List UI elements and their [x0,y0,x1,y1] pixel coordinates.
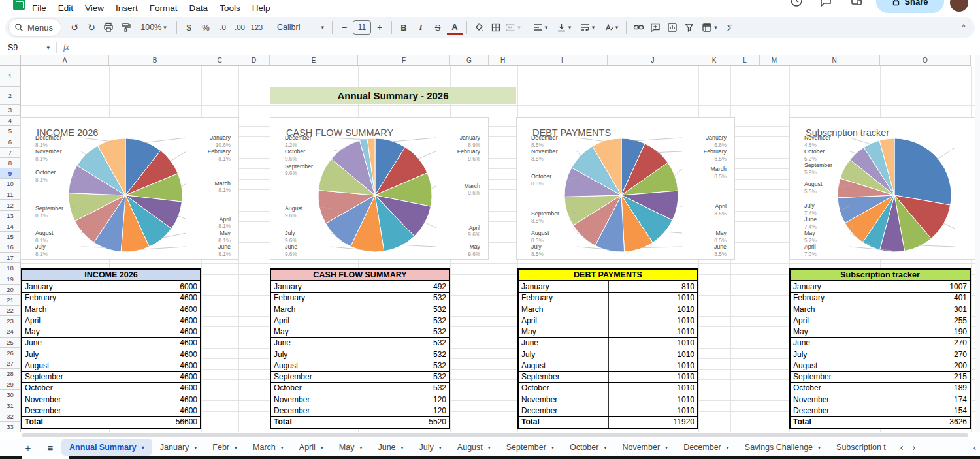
text-rotation-button[interactable]: ▾ [600,20,622,35]
italic-button[interactable]: I [413,20,429,35]
pie-slice-january[interactable] [894,138,951,205]
cell-month[interactable]: June [271,338,359,348]
account-avatar[interactable] [949,0,970,13]
cell-month[interactable]: February [519,293,609,303]
menu-edit[interactable]: Edit [52,2,79,14]
cell-month[interactable]: November [791,394,881,405]
formula-input[interactable] [69,39,980,55]
cell-value[interactable]: 532 [359,383,449,393]
cell-value[interactable]: 1010 [609,293,697,303]
row-header-17[interactable]: 17 [0,253,21,263]
cell-value[interactable]: 532 [359,293,449,303]
cell-month[interactable]: March [519,304,609,315]
cell-value[interactable]: 4600 [110,326,200,337]
column-header-F[interactable]: F [358,55,450,66]
sheet-tab-march[interactable]: March▾ [245,439,291,456]
row-header-12[interactable]: 12 [0,200,21,210]
tab-scroll-right-button[interactable]: › [912,442,915,452]
row-header-19[interactable]: 19 [0,274,21,285]
cell-value[interactable]: 6000 [110,281,200,292]
cell-month[interactable]: August [791,360,881,371]
cell-value[interactable]: 532 [359,338,449,348]
undo-button[interactable]: ↺ [67,20,82,35]
add-sheet-button[interactable]: + [20,439,37,456]
cell-value[interactable]: 401 [881,293,970,303]
cell-month[interactable]: June [519,338,609,348]
sheet-tab-october[interactable]: October▾ [562,439,614,456]
table-header[interactable]: Subscription tracker [791,270,970,281]
column-header-D[interactable]: D [238,55,270,66]
cell-month[interactable]: October [519,383,609,393]
cell-month[interactable]: August [271,360,359,371]
row-header-14[interactable]: 14 [0,221,21,232]
cell-value[interactable]: 532 [359,349,449,360]
menu-help[interactable]: Help [246,2,276,14]
table-views-button[interactable]: ▾ [698,20,721,35]
table-header[interactable]: DEBT PAYMENTS [519,270,697,281]
cell-month[interactable]: December [271,405,359,416]
decrease-decimal-button[interactable]: .0 [215,20,231,35]
cell-value[interactable]: 120 [359,405,449,416]
column-header-A[interactable]: A [21,55,109,66]
cell-value[interactable]: 532 [359,304,449,315]
cell-month[interactable]: April [271,315,359,326]
side-panel-collapse-button[interactable]: ‹ [973,443,976,452]
annual-summary-title-cell[interactable]: Annual Summary - 2026 [270,87,516,104]
cell-value[interactable]: 1010 [609,405,697,416]
cell-month[interactable]: October [22,383,110,393]
menu-view[interactable]: View [79,2,110,14]
decrease-font-size-button[interactable]: − [336,20,352,35]
menu-file[interactable]: File [26,2,52,14]
sheet-tab-subscription-t[interactable]: Subscription t [828,439,894,456]
cell-value[interactable]: 4600 [110,394,200,405]
table-subscription-tracker[interactable]: Subscription trackerJanuary1007February4… [789,268,971,429]
sheet-tab-august[interactable]: August▾ [449,439,498,456]
horizontal-align-button[interactable]: ▾ [529,20,551,35]
cell-value[interactable]: 270 [881,349,970,360]
row-header-23[interactable]: 23 [0,316,21,326]
increase-font-size-button[interactable]: + [372,20,387,35]
cell-month[interactable]: August [22,360,110,371]
cell-value[interactable]: 215 [881,372,970,382]
cell-month[interactable]: November [519,394,609,405]
row-header-16[interactable]: 16 [0,242,21,253]
comment-history-icon[interactable] [819,0,833,8]
column-header-G[interactable]: G [450,55,489,66]
cell-value[interactable]: 4600 [110,383,200,393]
cell-month[interactable]: May [271,326,359,337]
print-button[interactable] [101,20,116,35]
sheet-tab-savings-challenge[interactable]: Savings Challenge▾ [737,439,828,456]
table-header[interactable]: INCOME 2026 [22,270,200,281]
cell-value[interactable]: 190 [881,326,970,337]
cell-value[interactable]: 154 [881,405,970,416]
cell-month[interactable]: April [791,315,881,326]
present-to-meet-icon[interactable] [849,0,864,8]
cell-value[interactable]: 1010 [609,372,697,382]
all-sheets-button[interactable]: ≡ [42,439,59,456]
table-cash-flow-summary[interactable]: CASH FLOW SUMMARYJanuary492February532Ma… [270,268,450,429]
format-currency-button[interactable]: $ [181,20,197,35]
sheet-tab-febr[interactable]: Febr▾ [204,439,245,456]
cell-month[interactable]: November [22,394,110,405]
cell-value[interactable]: 255 [881,315,970,326]
row-header-32[interactable]: 32 [0,411,21,422]
select-all-corner[interactable] [0,55,21,66]
cell-value[interactable]: 492 [359,281,449,292]
row-header-21[interactable]: 21 [0,295,21,306]
chart-subscription-tracker[interactable]: November4.8%October5.2%September5.9%Augu… [789,117,980,260]
column-header-L[interactable]: L [730,55,760,66]
row-header-28[interactable]: 28 [0,369,21,379]
fill-color-button[interactable] [471,20,487,35]
column-header-I[interactable]: I [517,55,608,66]
share-button[interactable]: Share [876,0,944,13]
cell-value[interactable]: 4600 [110,372,200,382]
column-header-O[interactable]: O [880,55,971,66]
cell-month[interactable]: February [791,293,881,303]
cell-month[interactable]: June [791,338,881,348]
cell-month[interactable]: September [791,372,881,382]
cell-month[interactable]: January [271,281,359,292]
cell-value[interactable]: 120 [359,394,449,405]
increase-decimal-button[interactable]: .00 [232,20,248,35]
cell-value[interactable]: 1010 [609,338,697,348]
cell-value[interactable]: 56600 [110,417,200,428]
